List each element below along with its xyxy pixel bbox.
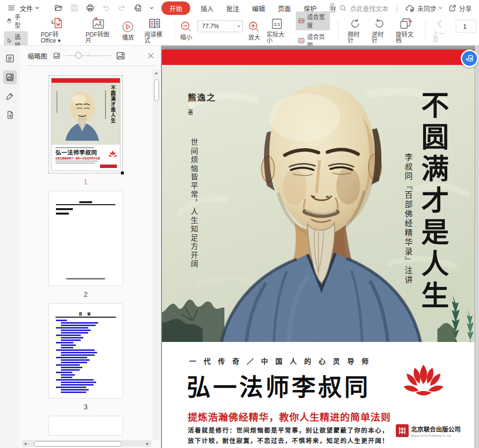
tool-bar: 手型 选择 PDF转Office ▾ PDF转图片 播放 阅读模式 缩小 77.…: [0, 16, 479, 46]
chevron-down-icon: [35, 5, 40, 10]
menu-bar: 文件 开始 插入 批注 编辑 页面 保护 特 点此查找文本 ⋮ 未同步 分享 ⋮: [0, 0, 479, 16]
export-panel-button[interactable]: [3, 108, 17, 122]
tab-annotate[interactable]: 批注: [220, 1, 246, 15]
divider: [425, 20, 426, 41]
undo-icon: [102, 3, 110, 12]
sign-panel-button[interactable]: [3, 89, 17, 103]
cover-red-band: [162, 50, 475, 65]
hand-tool-button[interactable]: 手型: [4, 11, 28, 30]
scroll-right-arrow[interactable]: ►: [144, 442, 151, 446]
page-number-input[interactable]: 1: [456, 20, 476, 33]
search-options-kebab[interactable]: ⋮: [390, 4, 403, 12]
rotate-document-button[interactable]: 旋转文档: [396, 17, 416, 44]
save-button[interactable]: [68, 1, 81, 14]
thumbnail-list: 不圆满才是人生 弘一法师李叔同 提炼浩瀚佛经精华，教你人: [20, 69, 152, 440]
thumbnail-cover-art: 不圆满才是人生 弘一法师李叔同 提炼浩瀚佛经精华，教你人: [51, 78, 120, 171]
tab-insert[interactable]: 插入: [194, 1, 220, 15]
tab-start[interactable]: 开始: [161, 1, 190, 15]
pdf-to-office-label: PDF转Office ▾: [41, 32, 73, 44]
rotate-clockwise-button[interactable]: 顺时针: [348, 17, 363, 44]
reading-mode-label: 阅读模式: [144, 32, 164, 44]
previous-page-label: 上一页: [432, 31, 447, 43]
zoom-out-button[interactable]: 缩小: [180, 20, 193, 41]
close-panel-button[interactable]: [148, 53, 154, 59]
thumbnail-panel: 缩略图 不圆满才是人生: [20, 46, 161, 448]
mini-name-title: 弘一法师李叔同: [55, 150, 116, 156]
undo-button[interactable]: [100, 1, 112, 14]
fit-page-icon: [298, 37, 305, 45]
horizontal-scroll-thumb[interactable]: [34, 441, 122, 447]
tab-page[interactable]: 页面: [271, 1, 297, 15]
thumbnail-panel-button[interactable]: [3, 70, 17, 84]
tabs-overflow-button[interactable]: [330, 3, 334, 13]
settings-button[interactable]: [477, 2, 479, 14]
fit-width-button[interactable]: 适合宽度: [296, 11, 330, 30]
save-icon: [70, 3, 79, 12]
vertical-scroll-thumb[interactable]: [154, 79, 159, 101]
chevron-right-icon: [330, 5, 334, 11]
cover-bottom-band: 一代传奇／中国人的心灵导师 弘一法师李叔同 提炼浩瀚佛经精华，教你人生精进的简单: [162, 342, 475, 448]
zoom-caret[interactable]: [234, 21, 242, 32]
pdf-to-image-icon: [91, 17, 105, 30]
document-page-1: 熊逸之 著 世间烦恼皆平常，人生知足方开阔 不圆满才是人生 李叔同『百部佛经精华…: [162, 50, 475, 448]
scroll-up-arrow[interactable]: [154, 71, 159, 75]
thumbnail-page-1-selected[interactable]: 不圆满才是人生 弘一法师李叔同 提炼浩瀚佛经精华，教你人: [49, 75, 123, 173]
mini-portrait: [62, 89, 102, 141]
print-button[interactable]: [84, 1, 97, 14]
share-button[interactable]: 分享: [446, 2, 474, 14]
actual-size-label: 实际大小: [266, 32, 287, 44]
chevron-left-icon: [434, 18, 445, 30]
publisher-name-en: Beijing United Publishing Co.,Ltd: [411, 434, 461, 437]
play-button[interactable]: 播放: [121, 20, 134, 41]
caret-down-icon: [149, 5, 154, 10]
thumbnail-page-2[interactable]: [49, 191, 123, 286]
slider-knob[interactable]: [75, 52, 82, 58]
doc-export-icon: [133, 3, 142, 12]
open-file-button[interactable]: [52, 1, 65, 14]
document-view[interactable]: 熊逸之 著 世间烦恼皆平常，人生知足方开阔 不圆满才是人生 李叔同『百部佛经精华…: [161, 46, 479, 448]
cover-main-title: 不圆满才是人生: [418, 91, 448, 329]
rotate-counterclockwise-button[interactable]: 逆时针: [372, 17, 386, 44]
thumbnail-size-slider[interactable]: [65, 52, 111, 59]
cover-description: 活着就是修行：世间烦恼都是平常事，别让欲望蒙蔽了你的本心， 放下计较，耐住寂寞，…: [188, 425, 389, 446]
quick-convert-float-button[interactable]: [461, 50, 479, 67]
rotate-document-icon: [399, 17, 413, 30]
publisher-seal-icon: [396, 424, 409, 437]
mini-red-tagline: 提炼浩瀚佛经精华，教你人生精进的简单法则: [55, 157, 116, 160]
pdf-to-office-button[interactable]: PDF转Office ▾: [41, 17, 73, 44]
zoom-in-button[interactable]: 放大: [248, 20, 261, 41]
zoom-level-combobox[interactable]: 77.7%: [198, 20, 243, 32]
outline-panel-button[interactable]: [3, 52, 17, 65]
selection-handle[interactable]: [121, 171, 124, 174]
thumbnail-page-3[interactable]: 目 录: [49, 303, 123, 398]
actual-size-button[interactable]: 1:1 实际大小: [266, 17, 287, 44]
panel-horizontal-scrollbar[interactable]: ◄ ►: [22, 440, 151, 447]
cloud-unsynced-icon: [405, 3, 415, 12]
side-icon-strip: [0, 46, 20, 448]
sync-status-button[interactable]: 未同步: [403, 2, 445, 14]
export-to-word-button[interactable]: [131, 1, 144, 14]
caret-down-icon: [237, 24, 241, 28]
panel-title: 缩略图: [28, 51, 47, 60]
lotus-logo: [403, 364, 444, 401]
tab-edit[interactable]: 编辑: [246, 1, 271, 15]
main-right-gutter[interactable]: [475, 46, 479, 448]
page-number-1: 1: [84, 178, 88, 186]
panel-vertical-scrollbar[interactable]: [153, 69, 160, 440]
rotate-clockwise-icon: [349, 17, 362, 30]
publisher-block: 北京联合出版公司 Beijing United Publishing Co.,L…: [396, 424, 461, 437]
zoom-out-icon: [180, 20, 193, 33]
page-number-2: 2: [84, 290, 88, 298]
more-tools-caret[interactable]: [147, 3, 156, 12]
mini-lotus-icon: [108, 151, 117, 158]
pdf-to-image-button[interactable]: PDF转图片: [86, 17, 111, 44]
author-suffix: 著: [188, 108, 216, 116]
thumbnail-page-4-partial[interactable]: [49, 416, 123, 436]
reading-mode-button[interactable]: 阅读模式: [144, 17, 164, 44]
search-field[interactable]: 点此查找文本: [339, 3, 388, 13]
previous-page-button[interactable]: 上一页: [432, 18, 447, 43]
divider: [338, 20, 338, 41]
scroll-left-arrow[interactable]: ◄: [22, 442, 29, 446]
cover-author: 熊逸之 著: [188, 91, 216, 116]
redo-button[interactable]: [115, 1, 128, 14]
